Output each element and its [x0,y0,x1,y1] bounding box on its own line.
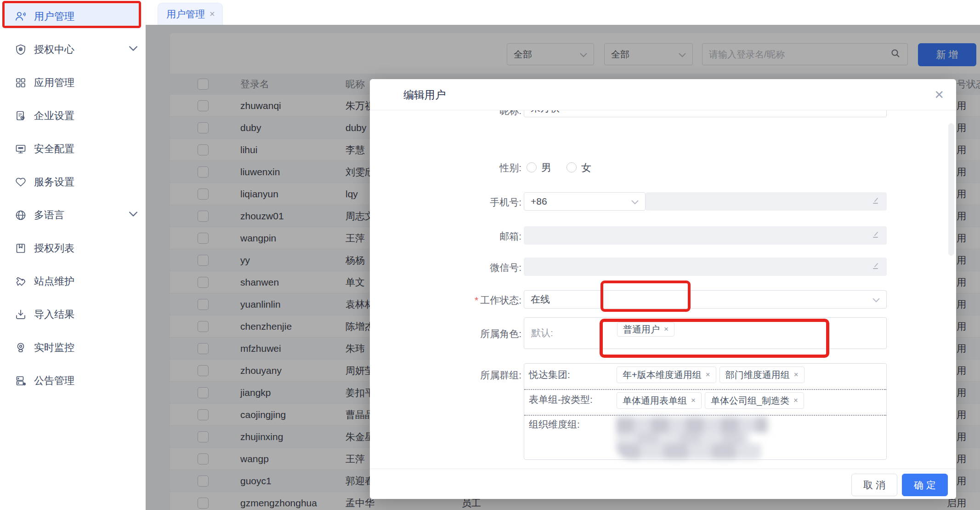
group-tags: 单体通用表单组× 单体公司组_制造类× [617,392,804,409]
groups-label: 所属群组: [384,369,521,382]
apps-icon [15,77,27,89]
tag-remove-icon[interactable]: × [664,325,668,334]
sidebar-item[interactable]: 授权中心 [0,33,146,66]
tab-bar: 用户管理 × [146,0,980,25]
sidebar-item-label: 实时监控 [34,341,74,355]
email-label: 邮箱: [384,230,521,243]
globe-icon [15,209,27,221]
group-tag: 单体公司组_制造类× [705,392,804,409]
sidebar-item-label: 授权中心 [34,43,74,57]
sidebar-item[interactable]: 多语言 [0,199,146,232]
wechat-label: 微信号: [384,261,521,274]
dialog-body: 昵称: 朱万祺 性别: 男 女 手机号: +86 邮箱: [370,110,956,469]
license-icon [15,242,27,254]
groups-box: 悦达集团: 年+版本维度通用组× 部门维度通用组× 表单组-按类型: 单体通用表… [524,363,887,460]
sidebar-item-label: 企业设置 [34,109,74,123]
phone-input[interactable] [646,192,887,211]
sidebar-item[interactable]: 站点维护 [0,265,146,298]
gender-female-label: 女 [581,161,591,175]
group-tag: 部门维度通用组× [719,367,804,383]
sidebar-item-label: 服务设置 [34,175,74,189]
sidebar-item[interactable]: 企业设置 [0,99,146,132]
tag-remove-icon[interactable]: × [691,396,696,405]
sidebar-item-label: 公告管理 [34,374,74,388]
phone-country-value: +86 [531,196,547,207]
clipped-field-value: 朱万祺 [531,110,560,115]
tab-close-icon[interactable]: × [210,9,215,19]
work-status-label: *工作状态: [384,294,521,307]
clipped-field-label: 昵称: [384,110,521,120]
role-tag: 普通用户 × [617,322,674,337]
group-tag: 单体通用表单组× [617,392,702,409]
work-status-value: 在线 [531,293,550,306]
group-name: 组织维度组: [529,418,580,431]
phone-country-select[interactable]: +86 [524,192,646,211]
chevron-down-icon[interactable] [129,44,137,56]
group-tag: 年+版本维度通用组× [617,367,716,383]
edit-pencil-icon [872,261,880,272]
sidebar: 用户管理 授权中心 应用管理 企业设置 [0,0,146,510]
gender-female-radio[interactable] [566,162,577,172]
sidebar-item-label: 站点维护 [34,275,74,288]
tab-label: 用户管理 [166,8,205,21]
users-icon [15,11,27,23]
chevron-down-icon[interactable] [129,209,137,221]
shield-icon [15,44,27,56]
edit-pencil-icon [872,230,880,241]
import-icon [15,309,27,321]
sidebar-item-label: 安全配置 [34,142,74,156]
required-asterisk: * [475,295,478,305]
dialog-header: 编辑用户 ✕ [370,79,956,110]
group-name: 悦达集团: [529,368,570,381]
announcement-icon [15,375,27,387]
tag-remove-icon[interactable]: × [706,370,710,379]
work-status-select[interactable]: 在线 [524,290,887,309]
sidebar-item-label: 导入结果 [34,308,74,321]
role-tag-label: 普通用户 [623,323,660,336]
edit-pencil-icon [872,196,880,207]
gender-male-radio[interactable] [527,162,537,172]
sidebar-item[interactable]: 用户管理 [0,0,146,33]
sidebar-item[interactable]: 服务设置 [0,166,146,199]
gender-label: 性别: [384,161,521,174]
dialog-footer: 取 消 确 定 [370,469,956,499]
chevron-down-icon [631,196,639,207]
chevron-down-icon [872,294,880,305]
group-name: 表单组-按类型: [529,393,593,406]
gender-male-label: 男 [541,161,551,175]
doc-gear-icon [15,110,27,122]
sidebar-item[interactable]: 应用管理 [0,66,146,99]
dialog-title: 编辑用户 [403,87,446,102]
user-management-app: 用户管理 授权中心 应用管理 企业设置 [0,0,980,510]
divider [524,389,886,390]
divider [524,415,886,416]
sidebar-item[interactable]: 导入结果 [0,298,146,331]
redacted-group-tags [616,417,768,459]
roles-box: 默认: 普通用户 × [524,317,887,349]
sidebar-item-label: 应用管理 [34,76,74,90]
clipped-field-input[interactable]: 朱万祺 [524,110,887,117]
group-tags: 年+版本维度通用组× 部门维度通用组× [617,367,804,383]
tab-user-management[interactable]: 用户管理 × [158,3,223,25]
email-input[interactable] [524,226,887,245]
sidebar-item[interactable]: 授权列表 [0,232,146,265]
sidebar-item[interactable]: 安全配置 [0,132,146,166]
wechat-input[interactable] [524,258,887,276]
roles-label: 所属角色: [384,327,521,340]
sidebar-item-label: 授权列表 [34,241,74,255]
phone-label: 手机号: [384,196,521,209]
tag-remove-icon[interactable]: × [794,370,799,379]
cancel-button[interactable]: 取 消 [851,474,897,496]
sidebar-item[interactable]: 公告管理 [0,364,146,397]
wrench-icon [15,275,27,287]
close-icon[interactable]: ✕ [934,89,944,101]
roles-group-name: 默认: [531,327,553,339]
sidebar-item-label: 多语言 [34,208,64,222]
dialog-scrollbar[interactable] [948,123,954,256]
confirm-button[interactable]: 确 定 [902,474,948,496]
sidebar-item[interactable]: 实时监控 [0,331,146,364]
tag-remove-icon[interactable]: × [793,396,798,405]
monitor-cam-icon [15,342,27,354]
secure-monitor-icon [15,143,27,155]
sidebar-item-label: 用户管理 [34,10,74,23]
